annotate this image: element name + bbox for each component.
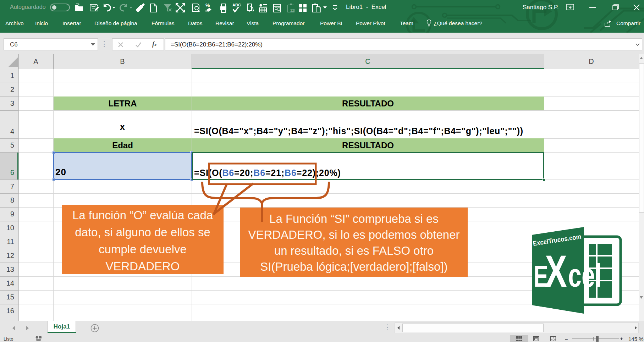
svg-text:ABC: ABC bbox=[232, 3, 241, 7]
svg-text:cel: cel bbox=[568, 256, 602, 293]
svg-text:12: 12 bbox=[290, 9, 295, 12]
svg-text:X: X bbox=[545, 246, 567, 297]
svg-text:%: % bbox=[205, 2, 210, 8]
